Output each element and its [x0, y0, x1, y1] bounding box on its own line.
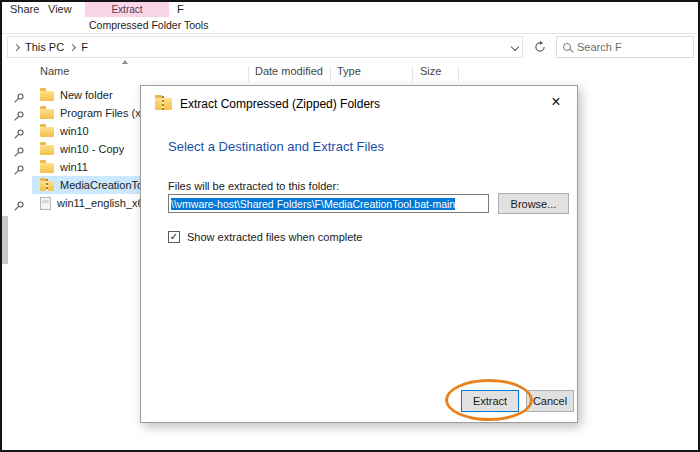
pin-icon [13, 146, 25, 158]
extract-dialog: Extract Compressed (Zipped) Folders × Se… [140, 85, 578, 423]
ribbon-tabs-row: Share View Extract F [2, 2, 698, 17]
checkbox-label: Show extracted files when complete [187, 231, 362, 243]
search-input[interactable] [577, 41, 677, 53]
contextual-group-label[interactable]: Compressed Folder Tools [89, 19, 208, 31]
scrollbar-thumb[interactable] [2, 216, 8, 264]
column-divider [330, 66, 331, 82]
dialog-titlebar: Extract Compressed (Zipped) Folders [155, 97, 380, 111]
address-dropdown-icon[interactable] [511, 43, 519, 51]
file-name: win11 [60, 161, 88, 173]
pin-icon [13, 200, 25, 212]
pin-icon [13, 164, 25, 176]
refresh-button[interactable] [530, 38, 550, 56]
dialog-title: Extract Compressed (Zipped) Folders [180, 97, 380, 111]
breadcrumb-this-pc[interactable]: This PC [21, 41, 68, 53]
folder-icon [40, 163, 54, 173]
column-divider [412, 66, 413, 82]
column-header-type[interactable]: Type [337, 65, 361, 77]
zip-folder-icon [155, 98, 172, 110]
file-name: win11_english_x64 [57, 197, 150, 209]
refresh-icon [534, 41, 546, 53]
browse-button[interactable]: Browse... [498, 193, 569, 214]
breadcrumb-drive-f[interactable]: F [77, 41, 92, 53]
address-bar[interactable]: This PC F [7, 36, 523, 58]
folder-icon [40, 127, 54, 137]
zip-folder-icon [40, 181, 54, 191]
file-name: win10 [60, 125, 89, 137]
column-header-date-modified[interactable]: Date modified [255, 65, 323, 77]
folder-icon [40, 145, 54, 155]
destination-value: \\vmware-host\Shared Folders\F\MediaCrea… [171, 198, 455, 210]
show-files-checkbox-row[interactable]: ✓ Show extracted files when complete [168, 231, 362, 243]
column-divider [458, 66, 459, 82]
ribbon-group-row: Compressed Folder Tools [2, 17, 698, 34]
tab-extract[interactable]: Extract [85, 2, 169, 17]
window-title: F [177, 3, 184, 15]
breadcrumb-chevron-icon [13, 43, 20, 50]
column-divider [248, 66, 249, 82]
column-header-name[interactable]: Name [40, 65, 69, 77]
pin-icon [13, 92, 25, 104]
tab-view[interactable]: View [48, 2, 72, 17]
address-toolbar: This PC F [2, 34, 698, 61]
folder-icon [40, 91, 54, 101]
file-name: New folder [60, 89, 113, 101]
tab-share[interactable]: Share [10, 2, 39, 17]
search-icon [563, 43, 571, 51]
close-button[interactable]: × [545, 92, 567, 112]
pin-icon [13, 110, 25, 122]
pin-icon [13, 128, 25, 140]
extract-button[interactable]: Extract [461, 390, 519, 412]
cancel-button[interactable]: Cancel [526, 390, 574, 412]
sort-ascending-icon [122, 60, 128, 64]
breadcrumb-chevron-icon [69, 43, 76, 50]
file-name: win10 - Copy [60, 143, 124, 155]
file-icon [40, 197, 51, 210]
destination-input[interactable]: \\vmware-host\Shared Folders\F\MediaCrea… [168, 194, 489, 213]
folder-icon [40, 109, 54, 119]
checkbox-checked-icon[interactable]: ✓ [168, 231, 180, 243]
explorer-window: Share View Extract F Compressed Folder T… [0, 0, 700, 452]
destination-label: Files will be extracted to this folder: [168, 180, 339, 192]
search-box[interactable] [556, 36, 694, 58]
dialog-heading: Select a Destination and Extract Files [168, 139, 384, 154]
column-header-size[interactable]: Size [420, 65, 441, 77]
